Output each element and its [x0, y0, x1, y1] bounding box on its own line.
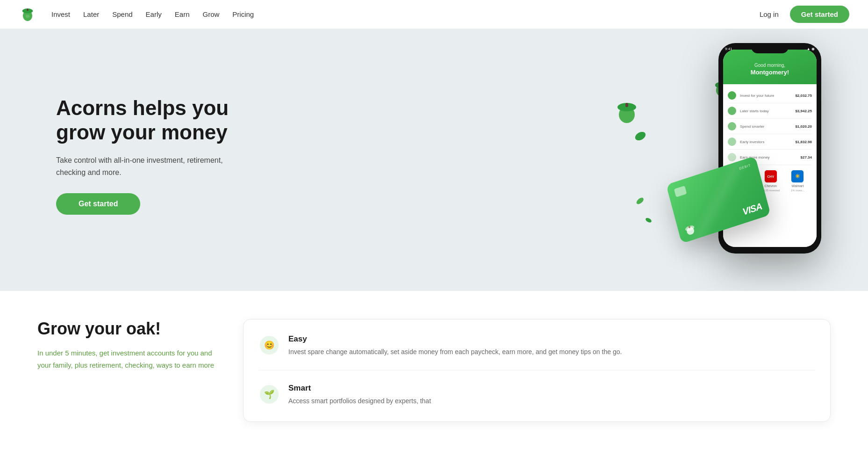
svg-point-10: [635, 132, 646, 140]
hero-headline: Acorns helps you grow your money: [56, 96, 252, 145]
later-value: $3,942.25: [795, 109, 812, 113]
nav-item-spend[interactable]: Spend: [112, 10, 132, 19]
spend-label: Spend smarter: [740, 124, 795, 129]
invest-label: Invest for your future: [740, 94, 795, 98]
easy-title: Easy: [288, 334, 622, 344]
smart-title: Smart: [288, 384, 431, 393]
phone-row-invest: Invest for your future $2,032.75: [728, 88, 812, 103]
nav-item-early[interactable]: Early: [146, 10, 162, 19]
easy-icon-wrap: 😊: [258, 334, 280, 356]
walmart-name: Walmart: [792, 184, 804, 188]
phone-row-early: Early investors $1,832.98: [728, 134, 812, 150]
nav-link-later[interactable]: Later: [83, 10, 99, 18]
grow-oak-headline: Grow your oak!: [37, 319, 215, 339]
login-link[interactable]: Log in: [760, 10, 779, 18]
easy-description: Invest spare change automatically, set a…: [288, 347, 622, 357]
nav-link-early[interactable]: Early: [146, 10, 162, 18]
phone-time: 9:41: [725, 47, 732, 51]
decorative-acorn-1: [615, 97, 639, 124]
walmart-logo: ✳: [791, 170, 804, 183]
early-value: $1,832.98: [795, 140, 812, 144]
nav-link-invest[interactable]: Invest: [51, 10, 70, 18]
nav-item-invest[interactable]: Invest: [51, 10, 70, 19]
svg-point-19: [635, 196, 645, 205]
feature-easy: 😊 Easy Invest spare change automatically…: [258, 334, 815, 370]
walmart-sub: 1% inves...: [791, 189, 804, 192]
smart-description: Access smart portfolios designed by expe…: [288, 396, 431, 406]
nav-link-earn[interactable]: Earn: [175, 10, 190, 18]
earn-value: $27.34: [801, 155, 812, 160]
svg-point-3: [26, 15, 30, 17]
below-hero-section: Grow your oak! In under 5 minutes, get i…: [0, 291, 868, 450]
phone-signals: ▲ ◉: [807, 47, 815, 51]
feature-smart: 🌱 Smart Access smart portfolios designed…: [258, 384, 815, 406]
earn-icon: [728, 153, 736, 161]
hero-text-block: Acorns helps you grow your money Take co…: [56, 96, 252, 215]
acorns-logo-icon: [19, 6, 36, 23]
nav-item-earn[interactable]: Earn: [175, 10, 190, 19]
svg-rect-6: [625, 103, 628, 107]
nav-item-later[interactable]: Later: [83, 10, 99, 19]
early-label: Early investors: [740, 140, 795, 144]
invest-value: $2,032.75: [795, 94, 812, 98]
svg-rect-2: [27, 8, 29, 11]
easy-icon: 😊: [260, 336, 279, 355]
decorative-leaf-1: [635, 132, 646, 140]
grow-oak-text: In under 5 minutes, get investment accou…: [37, 347, 215, 371]
feature-easy-text: Easy Invest spare change automatically, …: [288, 334, 622, 357]
later-label: Later starts today: [740, 109, 795, 113]
debit-card-mockup: DEBIT VISA: [672, 169, 765, 230]
svg-point-20: [645, 217, 652, 224]
nav-links: Invest Later Spend Early Earn Grow Prici…: [51, 10, 760, 19]
later-icon: [728, 107, 736, 115]
main-nav: Invest Later Spend Early Earn Grow Prici…: [0, 0, 868, 29]
nav-link-spend[interactable]: Spend: [112, 10, 132, 18]
phone-header: Good morning, Montgomery!: [723, 50, 817, 84]
hero-section: Acorns helps you grow your money Take co…: [0, 29, 868, 291]
phone-greeting: Good morning,: [730, 63, 810, 68]
invest-icon: [728, 91, 736, 100]
decorative-leaf-4: [634, 196, 645, 205]
brand-walmart: ✳ Walmart 1% inves...: [791, 170, 804, 192]
spend-icon: [728, 122, 736, 131]
smart-icon: 🌱: [260, 385, 279, 404]
nav-link-pricing[interactable]: Pricing: [232, 10, 254, 18]
nav-item-grow[interactable]: Grow: [202, 10, 219, 19]
spend-value: $1,020.20: [795, 124, 812, 129]
early-icon: [728, 138, 736, 146]
phone-row-later: Later starts today $3,942.25: [728, 103, 812, 119]
nav-item-pricing[interactable]: Pricing: [232, 10, 254, 19]
phone-status-bar: 9:41 ▲ ◉: [725, 47, 815, 51]
grow-oak-block: Grow your oak! In under 5 minutes, get i…: [37, 319, 215, 371]
nav-actions: Log in Get started: [760, 6, 849, 23]
decorative-leaf-5: [646, 215, 654, 222]
chevron-name: Chevron: [764, 184, 776, 188]
nav-link-grow[interactable]: Grow: [202, 10, 219, 18]
chevron-logo: CHV: [764, 170, 777, 183]
logo[interactable]: [19, 6, 36, 23]
smart-icon-wrap: 🌱: [258, 384, 280, 405]
phone-username: Montgomery!: [730, 69, 810, 76]
get-started-button-hero[interactable]: Get started: [56, 193, 140, 215]
feature-smart-text: Smart Access smart portfolios designed b…: [288, 384, 431, 406]
get-started-button-nav[interactable]: Get started: [790, 6, 849, 23]
phone-row-spend: Spend smarter $1,020.20: [728, 119, 812, 134]
features-card: 😊 Easy Invest spare change automatically…: [243, 319, 831, 422]
hero-subtext: Take control with all-in-one investment,…: [56, 154, 252, 178]
